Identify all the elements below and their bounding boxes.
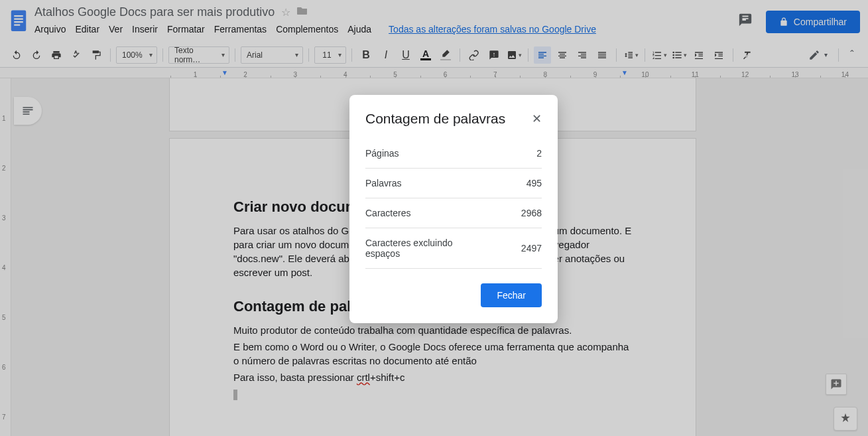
menubar: Arquivo Editar Ver Inserir Formatar Ferr… <box>34 24 596 35</box>
italic-button[interactable]: I <box>377 46 395 64</box>
lock-icon <box>779 17 788 27</box>
comments-icon[interactable] <box>738 13 753 31</box>
menu-complementos[interactable]: Complementos <box>276 24 338 35</box>
menu-editar[interactable]: Editar <box>75 24 99 35</box>
insert-link-button[interactable] <box>465 46 483 64</box>
menu-arquivo[interactable]: Arquivo <box>34 24 66 35</box>
horizontal-ruler[interactable]: 123456789101112131415161718 ▼ ▼ <box>0 68 868 78</box>
text-color-button[interactable]: A <box>417 46 434 64</box>
svg-point-7 <box>672 56 674 58</box>
docs-logo-icon[interactable] <box>5 4 32 38</box>
svg-rect-1 <box>14 15 23 17</box>
line-spacing-button[interactable] <box>622 46 639 64</box>
star-icon[interactable]: ☆ <box>281 6 290 19</box>
font-select[interactable]: Arial <box>241 46 303 64</box>
insert-image-button[interactable] <box>505 46 523 64</box>
font-size-select[interactable]: 11 <box>314 46 346 64</box>
align-justify-button[interactable] <box>593 46 611 64</box>
dialog-close-icon[interactable]: ✕ <box>532 113 542 125</box>
bulleted-list-button[interactable] <box>670 46 688 64</box>
paragraph-2c: Para isso, basta pressionar crtl+shift+c <box>233 370 632 384</box>
toolbar: 100% Texto norm… Arial 11 B I U A ˆ <box>0 42 868 68</box>
stat-row-pages: Páginas 2 <box>365 139 542 169</box>
menu-inserir[interactable]: Inserir <box>132 24 158 35</box>
paragraph-2a: Muito produtor de conteúdo trabalha com … <box>233 323 632 337</box>
vertical-ruler[interactable]: 12345678 <box>0 78 11 436</box>
paragraph-style-select[interactable]: Texto norm… <box>168 46 229 64</box>
title-area: Atalhos Google Docs para ser mais produt… <box>34 4 596 35</box>
menu-ajuda[interactable]: Ajuda <box>347 24 371 35</box>
spellcheck-button[interactable] <box>68 46 85 64</box>
increase-indent-button[interactable] <box>710 46 727 64</box>
redo-button[interactable] <box>28 46 45 64</box>
decrease-indent-button[interactable] <box>690 46 708 64</box>
drive-save-status[interactable]: Todas as alterações foram salvas no Goog… <box>389 24 596 35</box>
dialog-close-button[interactable]: Fechar <box>481 283 542 307</box>
pencil-icon <box>808 49 820 61</box>
explore-fab[interactable] <box>834 407 857 431</box>
align-left-button[interactable] <box>534 46 551 64</box>
highlight-color-button[interactable] <box>437 46 454 64</box>
paragraph-2b: E bem como o Word ou o Writer, o Google … <box>233 340 632 368</box>
svg-rect-2 <box>14 19 23 20</box>
text-cursor <box>233 390 237 400</box>
collapse-toolbar-button[interactable]: ˆ <box>844 47 860 63</box>
numbered-list-button[interactable] <box>651 46 668 64</box>
svg-rect-3 <box>14 21 23 23</box>
word-count-dialog: Contagem de palavras ✕ Páginas 2 Palavra… <box>349 95 558 323</box>
paint-format-button[interactable] <box>88 46 105 64</box>
app-header: Atalhos Google Docs para ser mais produt… <box>0 0 868 42</box>
indent-marker-icon[interactable]: ▼ <box>221 69 228 76</box>
svg-point-5 <box>672 51 674 53</box>
menu-ver[interactable]: Ver <box>109 24 123 35</box>
editing-mode-button[interactable] <box>803 49 833 61</box>
add-comment-fab[interactable] <box>826 374 847 395</box>
bold-button[interactable]: B <box>357 46 375 64</box>
stat-row-words: Palavras 495 <box>365 169 542 198</box>
clear-formatting-button[interactable] <box>739 46 756 64</box>
menu-ferramentas[interactable]: Ferramentas <box>214 24 267 35</box>
document-title[interactable]: Atalhos Google Docs para ser mais produt… <box>34 5 275 19</box>
undo-button[interactable] <box>8 46 25 64</box>
document-outline-button[interactable] <box>14 97 42 125</box>
dialog-title: Contagem de palavras <box>365 111 505 127</box>
move-folder-icon[interactable] <box>297 6 308 18</box>
align-center-button[interactable] <box>554 46 571 64</box>
menu-formatar[interactable]: Formatar <box>167 24 205 35</box>
print-button[interactable] <box>48 46 65 64</box>
svg-rect-4 <box>14 25 20 26</box>
stat-row-chars-nospace: Caracteres excluindo espaços 2497 <box>365 228 542 269</box>
underline-button[interactable]: U <box>397 46 414 64</box>
share-button[interactable]: Compartilhar <box>766 11 860 33</box>
share-button-label: Compartilhar <box>794 17 847 27</box>
right-indent-marker-icon[interactable]: ▼ <box>621 69 628 76</box>
header-right: Compartilhar <box>738 11 860 33</box>
insert-comment-button[interactable] <box>485 46 503 64</box>
stat-row-chars: Caracteres 2968 <box>365 198 542 228</box>
svg-point-6 <box>672 54 674 56</box>
zoom-select[interactable]: 100% <box>116 46 157 64</box>
align-right-button[interactable] <box>574 46 591 64</box>
svg-rect-0 <box>11 11 27 32</box>
